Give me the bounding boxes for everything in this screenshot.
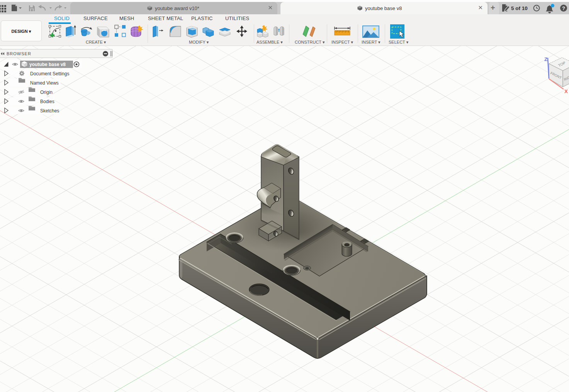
svg-text:X: X <box>564 88 568 94</box>
svg-text:Z: Z <box>544 56 547 62</box>
svg-text:BROWSER: BROWSER <box>7 51 31 56</box>
svg-text:?: ? <box>562 5 565 11</box>
svg-text:5 of 10: 5 of 10 <box>511 5 528 11</box>
